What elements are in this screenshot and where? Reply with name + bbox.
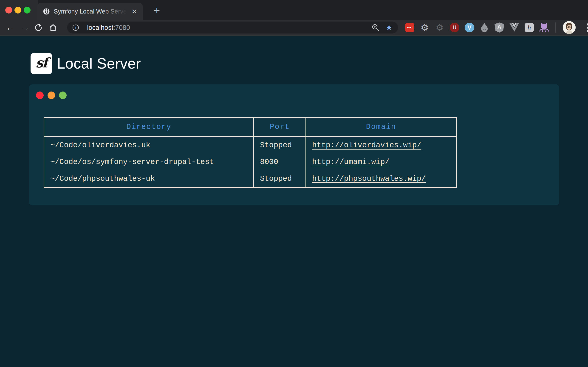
terminal-red-dot xyxy=(36,92,44,99)
site-info-icon[interactable]: i xyxy=(73,25,79,31)
gear-extension-icon[interactable]: ⚙ xyxy=(420,23,430,33)
url-text[interactable]: localhost:7080 xyxy=(87,24,372,31)
gear-extension-disabled-icon[interactable]: ⚙ xyxy=(435,23,445,33)
column-header-port: Port xyxy=(254,117,306,137)
globe-favicon-icon xyxy=(43,8,50,15)
window-zoom-button[interactable] xyxy=(24,7,31,14)
table-header-row: Directory Port Domain xyxy=(44,117,456,137)
bookmark-star-icon[interactable]: ★ xyxy=(386,23,393,32)
symfony-logo-glyph: sf xyxy=(36,55,47,71)
octocat-icon xyxy=(539,23,549,33)
symfony-logo: sf xyxy=(31,53,52,74)
url-port: :7080 xyxy=(113,24,130,31)
forward-icon[interactable]: → xyxy=(19,22,31,33)
port-link[interactable]: 8000 xyxy=(260,158,278,166)
tab-close-icon[interactable]: ✕ xyxy=(130,7,139,16)
zoom-page-icon[interactable] xyxy=(372,23,380,32)
angular-extension-icon[interactable]: A xyxy=(494,23,504,33)
tab-title-fade xyxy=(103,4,130,19)
refined-github-extension-icon[interactable] xyxy=(539,23,549,33)
directory-cell: ~/Code/phpsouthwales-uk xyxy=(44,171,254,188)
domain-link[interactable]: http://phpsouthwales.wip/ xyxy=(312,175,426,183)
hound-extension-icon[interactable]: h xyxy=(524,23,534,33)
vimium-extension-icon[interactable]: V xyxy=(464,23,475,33)
port-status: Stopped xyxy=(254,137,306,154)
password-manager-extension-icon[interactable]: •••| xyxy=(405,23,415,33)
browser-tab[interactable]: Symfony Local Web Server: Prox ✕ xyxy=(37,3,143,20)
table-row: ~/Code/oliverdavies.uk Stopped http://ol… xyxy=(44,137,456,154)
browser-menu-icon[interactable] xyxy=(584,22,588,33)
reload-icon[interactable] xyxy=(34,22,46,33)
address-bar[interactable]: i localhost:7080 ★ xyxy=(67,22,398,33)
home-icon[interactable] xyxy=(49,22,61,33)
drupal-extension-icon[interactable] xyxy=(479,23,489,33)
back-icon[interactable]: ← xyxy=(4,22,16,33)
domain-link[interactable]: http://umami.wip/ xyxy=(312,158,389,166)
browser-toolbar: ← → i localhost:7080 ★ xyxy=(0,20,588,35)
terminal-orange-dot xyxy=(48,92,55,99)
new-tab-button[interactable]: + xyxy=(150,4,163,17)
avatar-illustration xyxy=(563,21,576,34)
column-header-directory: Directory xyxy=(44,117,254,137)
directory-cell: ~/Code/os/symfony-server-drupal-test xyxy=(44,154,254,171)
drupal-droplet-icon xyxy=(480,23,489,33)
browser-window: Symfony Local Web Server: Prox ✕ + ← → i… xyxy=(0,0,588,367)
page-title: Local Server xyxy=(57,53,141,74)
window-minimize-button[interactable] xyxy=(15,7,21,14)
table-row: ~/Code/phpsouthwales-uk Stopped http://p… xyxy=(44,171,456,188)
directory-cell: ~/Code/oliverdavies.uk xyxy=(44,137,254,154)
page-content: sf Local Server Directory Port Domain ~ xyxy=(0,36,588,367)
terminal-panel: Directory Port Domain ~/Code/oliverdavie… xyxy=(29,84,559,205)
toolbar-separator xyxy=(555,23,556,33)
table-row: ~/Code/os/symfony-server-drupal-test 800… xyxy=(44,154,456,171)
column-header-domain: Domain xyxy=(306,117,456,137)
extensions-bar: •••| ⚙ ⚙ U V A h xyxy=(405,22,588,33)
window-close-button[interactable] xyxy=(5,7,12,14)
vue-extension-icon[interactable] xyxy=(509,23,519,33)
url-host: localhost xyxy=(87,24,113,31)
terminal-green-dot xyxy=(59,92,67,99)
profile-avatar[interactable] xyxy=(563,21,576,34)
domain-link[interactable]: http://oliverdavies.wip/ xyxy=(312,141,421,150)
servers-table: Directory Port Domain ~/Code/oliverdavie… xyxy=(44,117,457,188)
tab-strip: Symfony Local Web Server: Prox ✕ + xyxy=(0,0,588,20)
vue-logo-icon xyxy=(510,23,519,32)
port-status: Stopped xyxy=(254,171,306,188)
ublock-origin-extension-icon[interactable]: U xyxy=(450,23,460,33)
